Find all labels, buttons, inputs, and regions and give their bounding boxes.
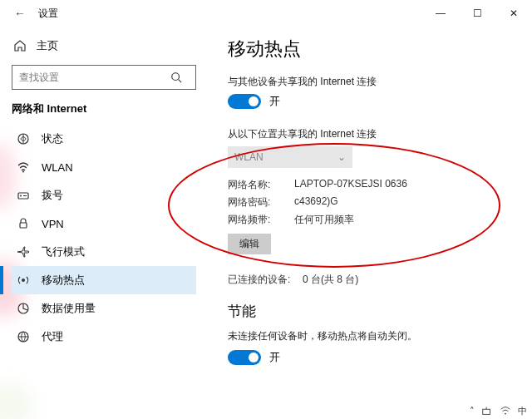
nav-item-status[interactable]: 状态 <box>12 125 196 153</box>
power-saving-title: 节能 <box>228 302 515 321</box>
connected-key: 已连接的设备: <box>228 273 303 287</box>
nav-item-hotspot[interactable]: 移动热点 <box>12 266 196 294</box>
svg-point-8 <box>22 279 25 282</box>
nav-item-airplane[interactable]: 飞行模式 <box>12 238 196 266</box>
search-box[interactable] <box>12 65 196 90</box>
net-band-value: 任何可用频率 <box>294 213 354 227</box>
toggle-label: 开 <box>269 350 280 365</box>
nav-label: 代理 <box>42 329 63 344</box>
status-icon <box>15 132 32 145</box>
nav-item-datausage[interactable]: 数据使用量 <box>12 294 196 323</box>
svg-line-1 <box>179 80 182 83</box>
nav-label: WLAN <box>42 161 73 174</box>
nav-label: 移动热点 <box>42 273 85 288</box>
svg-point-3 <box>22 171 24 173</box>
sidebar: 主页 网络和 Internet 状态 WLAN 拨号 <box>0 27 208 419</box>
nav-label: VPN <box>42 218 64 230</box>
toggle-on-icon <box>228 94 261 109</box>
close-button[interactable]: ✕ <box>495 0 532 27</box>
nav-label: 数据使用量 <box>42 301 96 316</box>
from-label: 从以下位置共享我的 Internet 连接 <box>228 127 515 141</box>
wlan-combo[interactable]: WLAN ⌄ <box>228 146 352 168</box>
tray-wifi-icon[interactable] <box>500 406 511 416</box>
proxy-icon <box>15 330 32 343</box>
maximize-button[interactable]: ☐ <box>459 0 495 27</box>
content-area: 移动热点 与其他设备共享我的 Internet 连接 开 从以下位置共享我的 I… <box>208 27 532 419</box>
tray-ime-label[interactable]: 中 <box>518 405 527 417</box>
svg-point-13 <box>505 413 506 415</box>
tray-up-icon[interactable]: ˄ <box>470 406 475 417</box>
home-label: 主页 <box>37 38 58 53</box>
back-button[interactable]: ← <box>8 7 32 20</box>
nav-item-proxy[interactable]: 代理 <box>12 323 196 351</box>
system-tray: ˄ 中 <box>465 402 532 419</box>
nav-item-dialup[interactable]: 拨号 <box>12 181 196 210</box>
nav-item-wlan[interactable]: WLAN <box>12 153 196 181</box>
svg-rect-11 <box>483 409 490 414</box>
chevron-down-icon: ⌄ <box>337 151 346 163</box>
home-link[interactable]: 主页 <box>12 33 196 58</box>
net-pwd-value: c43692)G <box>294 195 338 210</box>
net-band-key: 网络频带: <box>228 213 294 227</box>
connected-row: 已连接的设备: 0 台(共 8 台) <box>228 273 515 287</box>
svg-point-0 <box>172 73 180 81</box>
search-input[interactable] <box>12 71 170 83</box>
edit-button[interactable]: 编辑 <box>228 234 271 254</box>
net-name-key: 网络名称: <box>228 178 294 192</box>
toggle-label: 开 <box>269 94 280 109</box>
svg-rect-7 <box>20 223 27 228</box>
nav-label: 拨号 <box>42 188 63 203</box>
connected-value: 0 台(共 8 台) <box>303 273 358 287</box>
nav-label: 状态 <box>42 131 63 146</box>
search-icon <box>170 71 195 83</box>
tray-network-icon[interactable] <box>481 406 493 416</box>
net-name-value: LAPTOP-07KSEJSI 0636 <box>294 178 407 192</box>
share-toggle[interactable]: 开 <box>228 94 515 109</box>
svg-point-5 <box>20 195 22 197</box>
window-title: 设置 <box>38 7 58 21</box>
dialup-icon <box>15 189 32 202</box>
net-pwd-row: 网络密码: c43692)G <box>228 195 515 210</box>
power-saving-desc: 未连接任何设备时，移动热点将自动关闭。 <box>228 329 515 343</box>
home-icon <box>12 39 28 52</box>
share-label: 与其他设备共享我的 Internet 连接 <box>228 75 515 89</box>
vpn-icon <box>15 217 32 230</box>
nav-group-header: 网络和 Internet <box>12 101 196 116</box>
wifi-icon <box>15 160 32 174</box>
airplane-icon <box>15 245 32 259</box>
combo-value: WLAN <box>234 151 264 163</box>
power-saving-toggle[interactable]: 开 <box>228 350 515 365</box>
nav-item-vpn[interactable]: VPN <box>12 210 196 238</box>
hotspot-icon <box>15 274 32 287</box>
net-band-row: 网络频带: 任何可用频率 <box>228 213 515 227</box>
net-pwd-key: 网络密码: <box>228 195 294 210</box>
datausage-icon <box>15 302 32 315</box>
page-title: 移动热点 <box>228 37 515 62</box>
minimize-button[interactable]: — <box>422 0 459 27</box>
titlebar: ← 设置 — ☐ ✕ <box>0 0 532 27</box>
toggle-on-icon <box>228 350 261 365</box>
net-name-row: 网络名称: LAPTOP-07KSEJSI 0636 <box>228 178 515 192</box>
nav-label: 飞行模式 <box>42 244 85 259</box>
